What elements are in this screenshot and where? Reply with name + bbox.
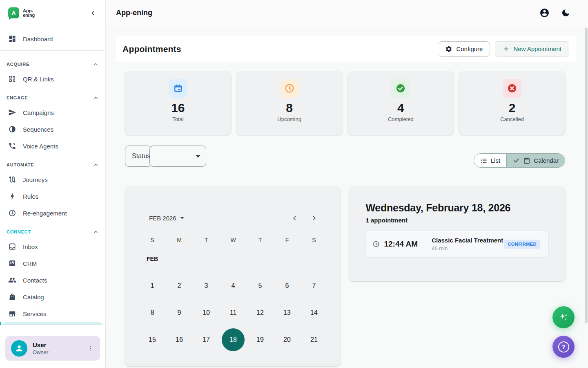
- qr-icon: [8, 75, 16, 83]
- gear-icon: [445, 45, 452, 53]
- calendar-grid: FEB123456789101112131415161718192021: [139, 245, 327, 353]
- calendar-day[interactable]: 11: [220, 299, 247, 326]
- calendar-month-selector[interactable]: FEB 2026: [149, 215, 184, 222]
- sidebar-item-label: Inbox: [23, 243, 38, 250]
- stat-label: Upcoming: [277, 116, 301, 122]
- calendar-day[interactable]: 16: [166, 326, 193, 353]
- sidebar-item-contacts[interactable]: Contacts: [3, 272, 102, 288]
- topbar-title: App-ening: [116, 9, 152, 17]
- dark-mode-button[interactable]: [561, 8, 570, 18]
- sidebar-item-label: Rules: [23, 193, 38, 200]
- sidebar-collapse-button[interactable]: [87, 7, 99, 19]
- calendar-dow-label: W: [220, 236, 247, 244]
- calendar-day[interactable]: 20: [274, 326, 301, 353]
- app-logo-letter: A: [11, 9, 16, 16]
- sidebar-item-appointments[interactable]: Appointments: [3, 322, 102, 325]
- sidebar-item-re-engagement[interactable]: Re-engagement: [3, 205, 102, 221]
- user-panel: User Owner: [0, 325, 105, 368]
- view-toggle-calendar[interactable]: Calendar: [507, 154, 565, 167]
- calendar-prev-button[interactable]: [290, 213, 299, 223]
- calendar-day[interactable]: 12: [247, 299, 274, 326]
- sidebar-item-journeys[interactable]: Journeys: [3, 171, 102, 188]
- check-circle-icon: [395, 83, 406, 94]
- calendar-day[interactable]: 3: [193, 272, 220, 299]
- sidebar-divider: [0, 50, 105, 51]
- calendar-next-button[interactable]: [309, 213, 319, 223]
- calendar-nav: [290, 213, 319, 223]
- help-icon: ?: [558, 341, 569, 352]
- calendar-day[interactable]: 6: [274, 272, 301, 299]
- sidebar-item-qr-links[interactable]: QR & Links: [3, 71, 102, 87]
- sidebar-item-label: QR & Links: [23, 76, 54, 83]
- user-card[interactable]: User Owner: [5, 336, 100, 361]
- topbar: App-ening: [106, 0, 588, 26]
- new-appointment-button-label: New Appointment: [513, 45, 561, 52]
- user-role: Owner: [33, 349, 48, 355]
- user-name: User: [33, 341, 48, 348]
- sidebar-item-campaigns[interactable]: Campaigns: [3, 104, 102, 121]
- section-header-engage[interactable]: ENGAGE: [0, 88, 105, 104]
- sidebar-item-inbox[interactable]: Inbox: [3, 238, 102, 255]
- account-icon: [539, 8, 550, 18]
- clock-icon: [284, 83, 295, 94]
- status-select[interactable]: Status: [125, 146, 206, 167]
- user-menu-button[interactable]: [85, 343, 96, 354]
- sidebar-item-services[interactable]: Services: [3, 305, 102, 322]
- calendar-day[interactable]: 4: [220, 272, 247, 299]
- account-button[interactable]: [539, 8, 550, 18]
- sidebar-item-label: CRM: [23, 260, 37, 267]
- sidebar-item-rules[interactable]: Rules: [3, 188, 102, 204]
- scrollbar-thumb[interactable]: [585, 28, 588, 323]
- calendar-day[interactable]: 10: [193, 299, 220, 326]
- sidebar-item-label: Sequences: [23, 126, 53, 133]
- calendar-day[interactable]: 15: [139, 326, 166, 353]
- help-button[interactable]: ?: [552, 336, 575, 358]
- calendar-day[interactable]: 19: [247, 326, 274, 353]
- calendar-dow-label: F: [274, 236, 301, 244]
- calendar-icon: [173, 83, 183, 93]
- section-header-automate[interactable]: AUTOMATE: [0, 155, 105, 171]
- calendar-day[interactable]: 14: [301, 299, 327, 326]
- section-label: AUTOMATE: [7, 162, 34, 168]
- stat-value: 16: [171, 101, 185, 115]
- calendar-day[interactable]: 13: [274, 299, 301, 326]
- appointment-status-badge: CONFIRMED: [504, 240, 540, 249]
- ai-assistant-button[interactable]: [552, 306, 575, 328]
- calendar-day[interactable]: 1: [139, 272, 166, 299]
- calendar-day[interactable]: 7: [301, 272, 327, 299]
- app-logo-text: App- ening: [23, 9, 35, 18]
- user-avatar: [11, 340, 27, 357]
- sidebar-item-catalog[interactable]: Catalog: [3, 289, 102, 305]
- calendar-day[interactable]: 5: [247, 272, 274, 299]
- calendar-dow-label: T: [247, 236, 274, 244]
- stat-card-total: 16 Total: [125, 71, 231, 135]
- view-toggle-list[interactable]: List: [474, 154, 507, 167]
- sidebar-item-sequences[interactable]: Sequences: [3, 121, 102, 137]
- sidebar-item-crm[interactable]: CRM: [3, 255, 102, 272]
- view-toggle-calendar-label: Calendar: [534, 157, 559, 164]
- status-select-label: Status: [132, 146, 150, 167]
- calendar-day-selected[interactable]: 18: [222, 328, 245, 351]
- dots-vertical-icon: [87, 345, 94, 352]
- chevron-up-icon: [93, 229, 99, 235]
- section-header-acquire[interactable]: ACQUIRE: [0, 54, 105, 71]
- sidebar-item-voice-agents[interactable]: Voice Agents: [3, 138, 102, 154]
- calendar-day[interactable]: 8: [139, 299, 166, 326]
- chevron-up-icon: [93, 61, 99, 67]
- stat-card-cancelled: 2 Cancelled: [459, 71, 565, 135]
- calendar-empty-cell: [247, 245, 274, 272]
- sidebar-item-dashboard[interactable]: Dashboard: [3, 31, 102, 47]
- calendar-day[interactable]: 21: [301, 326, 327, 353]
- bolt-icon: [8, 192, 16, 200]
- calendar-day[interactable]: 17: [193, 326, 220, 353]
- main-content: Appointments Configure New Appointment 1…: [106, 26, 588, 368]
- appointment-info: Classic Facial Treatment 45 min: [432, 237, 503, 251]
- appointment-row[interactable]: 12:44 AM Classic Facial Treatment 45 min…: [365, 231, 549, 258]
- section-header-connect[interactable]: CONNECT: [0, 222, 105, 238]
- configure-button[interactable]: Configure: [438, 41, 490, 57]
- stat-label: Cancelled: [500, 116, 524, 122]
- new-appointment-button[interactable]: New Appointment: [495, 41, 569, 57]
- calendar-day[interactable]: 9: [166, 299, 193, 326]
- store-icon: [8, 310, 16, 318]
- calendar-day[interactable]: 2: [166, 272, 193, 299]
